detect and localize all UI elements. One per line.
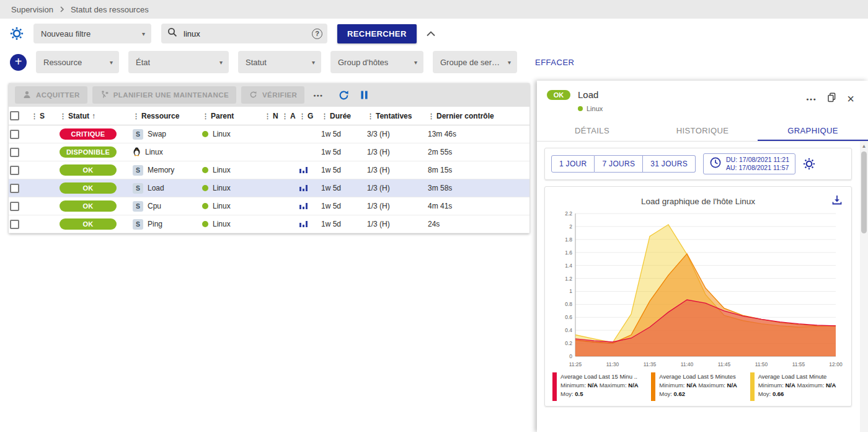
row-checkbox[interactable] [10, 130, 19, 139]
date-range-picker[interactable]: DU: 17/08/2021 11:21 AU: 17/08/2021 11:5… [703, 153, 795, 174]
row-checkbox[interactable] [10, 220, 19, 229]
select-all-header[interactable] [9, 107, 30, 125]
copy-link-icon[interactable] [826, 92, 837, 106]
column-header-parent[interactable]: ⋮Parent [201, 107, 263, 125]
parent-name[interactable]: Linux [213, 184, 231, 192]
graph-icon[interactable] [299, 185, 308, 194]
table-row[interactable]: OK S Cpu Linux 1w 5d 1/3 (H) 4m 41s [9, 197, 529, 215]
range-button-7jours[interactable]: 7 JOURS [595, 155, 643, 173]
refresh-icon[interactable] [338, 89, 350, 101]
select-all-checkbox[interactable] [10, 111, 19, 120]
panel-scrollbar[interactable]: ▲ [860, 142, 868, 432]
column-drag-icon[interactable]: ⋮ [202, 112, 209, 120]
search-box[interactable]: ? [161, 24, 327, 43]
column-label: G [308, 112, 313, 120]
criteria-select-4[interactable]: Group d'hôtes▾ [330, 51, 423, 73]
row-checkbox[interactable] [10, 202, 19, 211]
acknowledge-button[interactable]: ACQUITTER [15, 86, 87, 104]
parent-name[interactable]: Linux [213, 202, 231, 210]
column-drag-icon[interactable]: ⋮ [281, 112, 288, 120]
duration-cell: 1w 5d [320, 215, 366, 233]
check-button[interactable]: VÉRIFIER [241, 86, 304, 104]
column-drag-icon[interactable]: ⋮ [264, 112, 271, 120]
criteria-label: Ressource [43, 58, 82, 67]
maintenance-icon [100, 90, 109, 101]
column-header-statut[interactable]: ⋮Statut↑ [58, 107, 131, 125]
column-drag-icon[interactable]: ⋮ [367, 112, 374, 120]
search-input[interactable] [182, 29, 307, 39]
criteria-select-2[interactable]: État▾ [128, 51, 229, 73]
range-button-31jours[interactable]: 31 JOURS [643, 155, 696, 173]
parent-name[interactable]: Linux [213, 220, 231, 228]
breadcrumb-supervision[interactable]: Supervision [11, 5, 53, 14]
tab-graphique[interactable]: GRAPHIQUE [758, 120, 868, 141]
column-header-dure[interactable]: ⋮Durée [320, 107, 366, 125]
table-row[interactable]: OK S Memory Linux 1w 5d 1/3 (H) 8m 15s [9, 161, 529, 179]
duration-cell: 1w 5d [320, 143, 366, 161]
column-header-derniercontrle[interactable]: ⋮Dernier contrôle [427, 107, 529, 125]
criteria-select-1[interactable]: Ressource▾ [36, 51, 119, 73]
criteria-select-5[interactable]: Groupe de ser…▾ [433, 51, 517, 73]
search-help-icon[interactable]: ? [312, 29, 322, 39]
range-button-1jour[interactable]: 1 JOUR [551, 155, 595, 173]
filter-settings-gear-icon[interactable] [10, 27, 24, 40]
graph-settings-gear-icon[interactable] [803, 158, 815, 170]
more-actions-icon[interactable]: ●●● [309, 93, 327, 97]
column-drag-icon[interactable]: ⋮ [60, 112, 66, 120]
clear-filters-link[interactable]: EFFACER [535, 58, 574, 67]
column-header-a[interactable]: ⋮A [280, 107, 298, 125]
graph-icon[interactable] [299, 221, 308, 230]
column-header-g[interactable]: ⋮G [298, 107, 320, 125]
row-checkbox[interactable] [10, 148, 19, 157]
column-drag-icon[interactable]: ⋮ [133, 112, 140, 120]
tab-dtails[interactable]: DÉTAILS [537, 120, 647, 141]
download-icon[interactable] [831, 194, 843, 208]
column-header-n[interactable]: ⋮N [263, 107, 280, 125]
legend-item[interactable]: Average Load Last 5 Minutes Minimum: N/A… [651, 372, 745, 401]
legend-min-label: Minimum: [560, 382, 586, 389]
resource-name[interactable]: Linux [145, 148, 163, 156]
resource-name[interactable]: Ping [148, 220, 162, 228]
service-icon: S [133, 219, 143, 230]
last-check-cell: 2m 55s [427, 143, 529, 161]
search-button[interactable]: RECHERCHER [337, 24, 417, 43]
saved-filter-select[interactable]: Nouveau filtre ▾ [33, 24, 151, 43]
legend-item[interactable]: Average Load Last 15 Minu .. Minimum: N/… [552, 372, 646, 401]
legend-item[interactable]: Average Load Last Minute Minimum: N/A Ma… [750, 372, 844, 401]
resource-name[interactable]: Swap [148, 130, 166, 138]
duration-cell: 1w 5d [320, 161, 366, 179]
collapse-filters-chevron-icon[interactable] [427, 31, 435, 37]
column-drag-icon[interactable]: ⋮ [428, 112, 435, 120]
table-row[interactable]: CRITIQUE S Swap Linux 1w 5d 3/3 (H) 13m … [9, 125, 529, 143]
graph-icon[interactable] [299, 203, 308, 212]
tab-historique[interactable]: HISTORIQUE [647, 120, 758, 141]
table-row[interactable]: OK S Ping Linux 1w 5d 1/3 (H) 24s [9, 215, 529, 233]
parent-name[interactable]: Linux [213, 166, 231, 174]
column-drag-icon[interactable]: ⋮ [321, 112, 328, 120]
row-checkbox[interactable] [10, 184, 19, 193]
pause-icon[interactable] [360, 90, 369, 100]
plan-maintenance-button[interactable]: PLANIFIER UNE MAINTENANCE [92, 86, 236, 104]
scrollbar-thumb[interactable] [861, 151, 867, 233]
add-criteria-button[interactable]: + [10, 54, 27, 71]
column-drag-icon[interactable]: ⋮ [31, 112, 38, 120]
column-header-ressource[interactable]: ⋮Ressource [131, 107, 201, 125]
row-checkbox[interactable] [10, 166, 19, 175]
resource-name[interactable]: Load [148, 184, 164, 192]
parent-name[interactable]: Linux [213, 130, 231, 138]
svg-text:11:50: 11:50 [755, 361, 768, 367]
graph-icon[interactable] [299, 167, 308, 176]
resource-name[interactable]: Memory [148, 166, 174, 174]
legend-max-value: N/A [628, 382, 638, 389]
resource-name[interactable]: Cpu [148, 202, 161, 210]
column-drag-icon[interactable]: ⋮ [299, 112, 306, 120]
table-row[interactable]: OK S Load Linux 1w 5d 1/3 (H) 3m 58s [9, 179, 529, 197]
criteria-select-3[interactable]: Statut▾ [238, 51, 321, 73]
table-row[interactable]: DISPONIBLE Linux 1w 5d 1/3 (H) 2m 55s [9, 143, 529, 161]
column-header-tentatives[interactable]: ⋮Tentatives [366, 107, 427, 125]
close-panel-icon[interactable]: × [847, 94, 854, 103]
scrollbar-up-arrow[interactable]: ▲ [860, 143, 868, 149]
last-check-cell: 24s [427, 215, 529, 233]
panel-more-icon[interactable]: ●●● [806, 97, 817, 101]
column-header-s[interactable]: ⋮S [30, 107, 58, 125]
